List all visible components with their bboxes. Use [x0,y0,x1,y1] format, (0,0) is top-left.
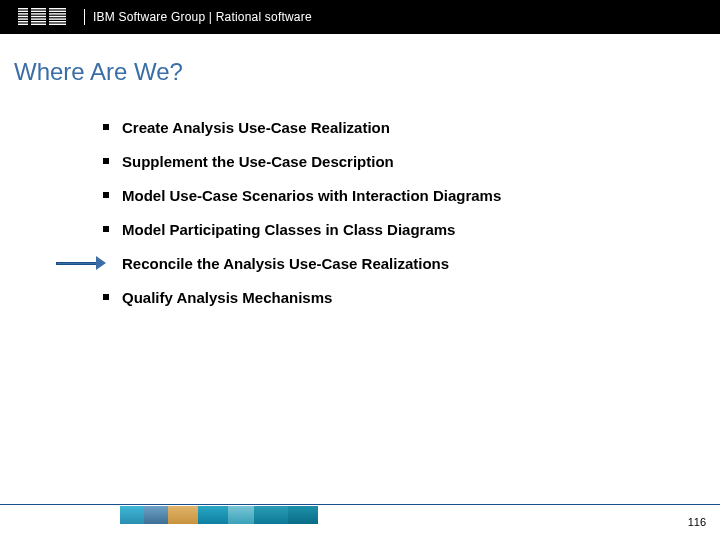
list-item: Qualify Analysis Mechanisms [96,280,680,314]
svg-rect-7 [28,8,31,26]
arrow-right-icon [56,256,106,270]
square-bullet-icon [96,192,116,198]
list-item: Model Use-Case Scenarios with Interactio… [96,178,680,212]
svg-rect-0 [18,8,66,9]
list-item-label: Qualify Analysis Mechanisms [122,289,332,306]
footer-decoration [120,506,318,524]
list-item: Create Analysis Use-Case Realization [96,110,680,144]
page-number: 116 [688,516,706,528]
square-bullet-icon [96,226,116,232]
header-bar: IBM Software Group | Rational software [0,0,720,34]
footer: 116 [0,504,720,526]
list-item-highlighted: Reconcile the Analysis Use-Case Realizat… [96,246,680,280]
list-item-label: Create Analysis Use-Case Realization [122,119,390,136]
list-item: Supplement the Use-Case Description [96,144,680,178]
header-text: IBM Software Group | Rational software [93,10,312,24]
list-item-label: Supplement the Use-Case Description [122,153,394,170]
list-item-label: Reconcile the Analysis Use-Case Realizat… [122,255,449,272]
list-item-label: Model Use-Case Scenarios with Interactio… [122,187,501,204]
square-bullet-icon [96,124,116,130]
svg-rect-1 [18,11,66,12]
svg-rect-8 [46,8,49,26]
list-item: Model Participating Classes in Class Dia… [96,212,680,246]
header-divider [84,9,85,25]
footer-rule [0,504,720,505]
svg-rect-2 [18,13,66,14]
svg-rect-3 [18,16,66,17]
svg-rect-4 [18,18,66,19]
bullet-list: Create Analysis Use-Case Realization Sup… [96,110,680,314]
square-bullet-icon [96,294,116,300]
slide: IBM Software Group | Rational software W… [0,0,720,540]
slide-title: Where Are We? [14,58,183,86]
square-bullet-icon [96,158,116,164]
ibm-logo [18,8,66,26]
list-item-label: Model Participating Classes in Class Dia… [122,221,455,238]
svg-rect-5 [18,21,66,22]
svg-rect-6 [18,24,66,25]
